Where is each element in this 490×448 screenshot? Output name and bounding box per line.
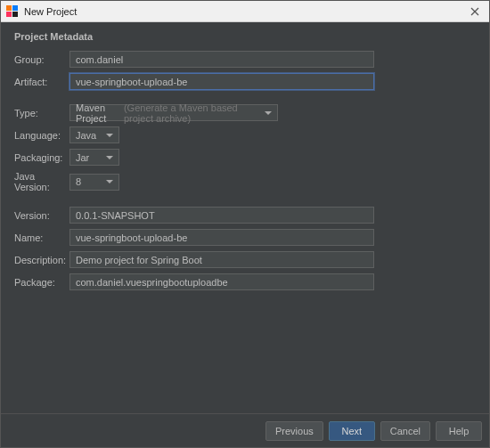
label-name: Name: <box>14 232 69 243</box>
label-package: Package: <box>14 277 69 288</box>
java-version-combo[interactable]: 8 <box>69 174 119 191</box>
language-value: Java <box>76 130 96 141</box>
chevron-down-icon <box>106 134 113 137</box>
label-group: Group: <box>14 54 69 65</box>
packaging-value: Jar <box>76 152 89 163</box>
label-description: Description: <box>14 255 69 265</box>
next-button[interactable]: Next <box>329 421 375 441</box>
chevron-down-icon <box>106 180 113 183</box>
type-hint: (Generate a Maven based project archive) <box>124 102 265 124</box>
label-type: Type: <box>14 108 69 118</box>
previous-button[interactable]: Previous <box>265 421 323 441</box>
button-bar: Previous Next Cancel Help <box>1 413 489 447</box>
intellij-icon <box>6 5 19 18</box>
close-icon <box>470 7 479 16</box>
label-java-version: Java Version: <box>14 171 69 192</box>
description-input[interactable] <box>69 251 374 268</box>
version-input[interactable] <box>69 207 374 224</box>
label-packaging: Packaging: <box>14 152 69 163</box>
help-button[interactable]: Help <box>436 421 482 441</box>
label-version: Version: <box>14 210 69 221</box>
package-input[interactable] <box>69 273 374 290</box>
section-title: Project Metadata <box>14 31 476 42</box>
titlebar: New Project <box>1 1 489 22</box>
language-combo[interactable]: Java <box>69 126 119 143</box>
chevron-down-icon <box>265 111 272 115</box>
type-value: Maven Project <box>76 102 124 124</box>
close-button[interactable] <box>466 3 484 20</box>
packaging-combo[interactable]: Jar <box>69 149 119 166</box>
label-artifact: Artifact: <box>14 77 69 87</box>
java-version-value: 8 <box>76 176 81 187</box>
name-input[interactable] <box>69 229 374 246</box>
content-area: Project Metadata Group: Artifact: Type: … <box>1 22 489 413</box>
type-combo[interactable]: Maven Project (Generate a Maven based pr… <box>69 104 278 121</box>
new-project-dialog: New Project Project Metadata Group: Arti… <box>0 0 490 448</box>
artifact-input[interactable] <box>69 73 374 90</box>
window-title: New Project <box>24 6 466 17</box>
group-input[interactable] <box>69 51 374 68</box>
chevron-down-icon <box>106 156 113 159</box>
label-language: Language: <box>14 130 69 141</box>
cancel-button[interactable]: Cancel <box>380 421 430 441</box>
